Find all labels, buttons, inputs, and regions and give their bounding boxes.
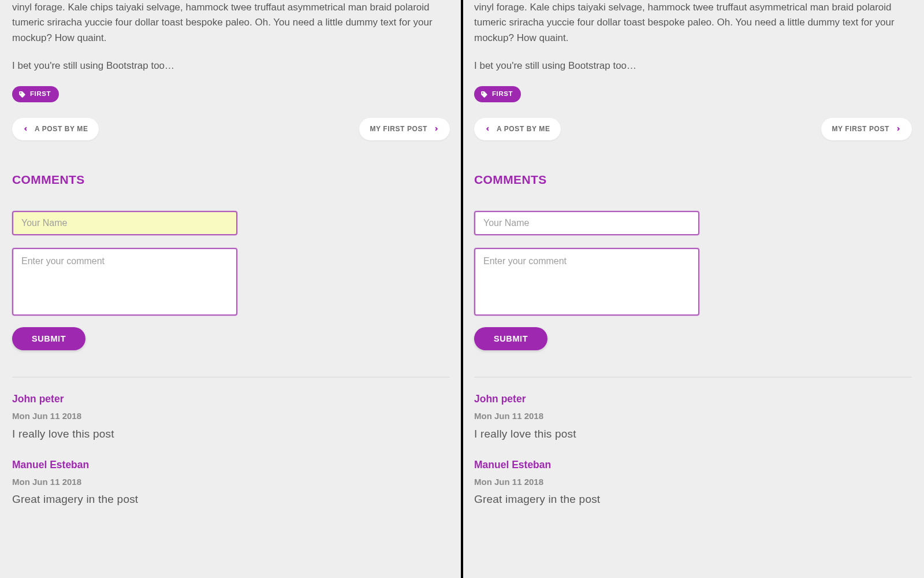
comment-author: Manuel Esteban <box>474 457 912 473</box>
tag-first[interactable]: FIRST <box>474 86 521 102</box>
comment-author: John peter <box>12 391 450 407</box>
name-input[interactable] <box>12 211 237 235</box>
chevron-right-icon <box>895 125 901 133</box>
comment-input[interactable] <box>474 248 699 316</box>
prev-post-link[interactable]: A POST BY ME <box>474 118 561 140</box>
comment-text: I really love this post <box>12 425 450 442</box>
comment-date: Mon Jun 11 2018 <box>12 475 450 488</box>
comment-date: Mon Jun 11 2018 <box>474 475 912 488</box>
post-paragraph: vinyl forage. Kale chips taiyaki selvage… <box>474 0 912 46</box>
comment-item: Manuel Esteban Mon Jun 11 2018 Great ima… <box>12 457 450 508</box>
post-body: vinyl forage. Kale chips taiyaki selvage… <box>474 0 912 73</box>
comment-item: Manuel Esteban Mon Jun 11 2018 Great ima… <box>474 457 912 508</box>
tag-icon <box>18 91 26 98</box>
submit-button[interactable]: SUBMIT <box>12 327 85 350</box>
comment-author: Manuel Esteban <box>12 457 450 473</box>
submit-button[interactable]: SUBMIT <box>474 327 547 350</box>
prev-post-link[interactable]: A POST BY ME <box>12 118 99 140</box>
next-post-label: MY FIRST POST <box>832 124 889 135</box>
prev-post-label: A POST BY ME <box>35 124 88 135</box>
comment-author: John peter <box>474 391 912 407</box>
comment-input[interactable] <box>12 248 237 316</box>
next-post-link[interactable]: MY FIRST POST <box>821 118 912 140</box>
separator <box>474 377 912 377</box>
tag-label: FIRST <box>30 89 51 99</box>
post-paragraph: I bet you're still using Bootstrap too… <box>474 58 912 73</box>
tag-icon <box>480 91 488 98</box>
comment-date: Mon Jun 11 2018 <box>474 409 912 423</box>
comment-item: John peter Mon Jun 11 2018 I really love… <box>12 391 450 442</box>
comments-heading: COMMENTS <box>12 171 450 190</box>
post-paragraph: I bet you're still using Bootstrap too… <box>12 58 450 73</box>
comment-text: Great imagery in the post <box>12 491 450 507</box>
post-body: vinyl forage. Kale chips taiyaki selvage… <box>12 0 450 73</box>
comment-date: Mon Jun 11 2018 <box>12 409 450 423</box>
chevron-left-icon <box>485 125 491 133</box>
next-post-label: MY FIRST POST <box>370 124 427 135</box>
separator <box>12 377 450 377</box>
tag-first[interactable]: FIRST <box>12 86 59 102</box>
name-input[interactable] <box>474 211 699 235</box>
post-paragraph: vinyl forage. Kale chips taiyaki selvage… <box>12 0 450 46</box>
next-post-link[interactable]: MY FIRST POST <box>359 118 450 140</box>
chevron-left-icon <box>23 125 29 133</box>
comment-text: Great imagery in the post <box>474 491 912 507</box>
chevron-right-icon <box>433 125 439 133</box>
tag-label: FIRST <box>492 89 513 99</box>
comments-heading: COMMENTS <box>474 171 912 190</box>
comment-text: I really love this post <box>474 425 912 442</box>
comment-item: John peter Mon Jun 11 2018 I really love… <box>474 391 912 442</box>
prev-post-label: A POST BY ME <box>497 124 550 135</box>
